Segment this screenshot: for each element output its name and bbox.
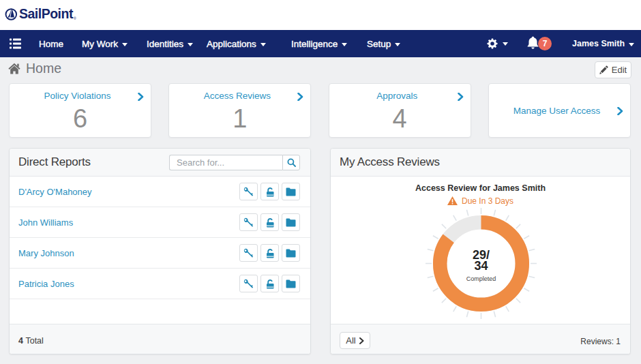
svg-text:Completed: Completed [466, 275, 496, 282]
svg-text:34: 34 [474, 258, 488, 272]
